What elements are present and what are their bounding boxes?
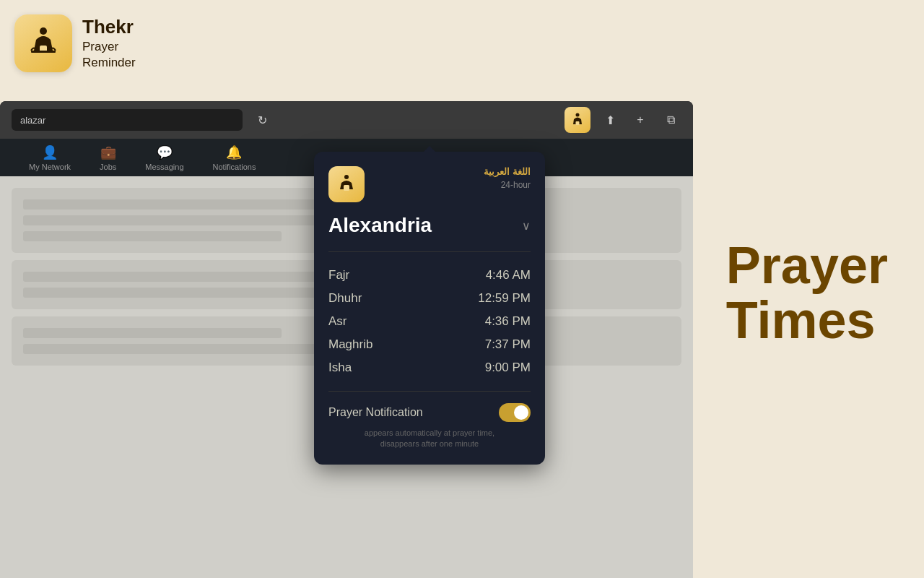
prayer-popup-panel: اللغة العربية 24-hour Alexandria ∨ Fajr …: [314, 152, 545, 465]
app-name: Thekr: [82, 16, 136, 38]
extension-icon-button[interactable]: [565, 107, 590, 133]
notification-row: Prayer Notification: [328, 403, 531, 422]
heading-line2: Times: [726, 293, 888, 348]
refresh-button[interactable]: ↻: [251, 109, 273, 131]
network-icon: 👤: [42, 144, 58, 160]
popup-lang-label: اللغة العربية: [484, 166, 531, 177]
mosque-icon-small: [570, 112, 585, 128]
svg-rect-2: [31, 51, 56, 53]
content-line: [23, 328, 282, 338]
prayer-row-maghrib: Maghrib 7:37 PM: [328, 333, 531, 356]
browser-toolbar: alazar ↻ ⬆ + ⧉: [0, 101, 693, 139]
address-bar[interactable]: alazar: [12, 109, 243, 131]
popup-arrow: [424, 146, 435, 152]
popup-city-row[interactable]: Alexandria ∨: [328, 214, 531, 237]
mosque-icon: [25, 25, 61, 61]
nav-label-network: My Network: [29, 163, 71, 171]
nav-label-jobs: Jobs: [100, 163, 116, 171]
popup-city-name: Alexandria: [328, 214, 432, 237]
prayer-name-asr: Asr: [328, 314, 347, 329]
prayer-time-asr: 4:36 PM: [485, 314, 531, 329]
prayer-name-fajr: Fajr: [328, 268, 349, 282]
app-branding: Thekr Prayer Reminder: [14, 14, 136, 72]
notification-toggle[interactable]: [499, 403, 531, 422]
heading-line1: Prayer: [726, 238, 888, 293]
prayer-name-isha: Isha: [328, 361, 352, 375]
notification-label: Prayer Notification: [328, 406, 423, 419]
popup-lang-block: اللغة العربية 24-hour: [484, 166, 531, 190]
popup-header: اللغة العربية 24-hour: [328, 166, 531, 202]
popup-divider: [328, 251, 531, 252]
chevron-down-icon: ∨: [522, 219, 531, 233]
app-subtitle-line2: Reminder: [82, 55, 136, 71]
prayer-name-maghrib: Maghrib: [328, 337, 372, 352]
nav-item-network[interactable]: 👤 My Network: [14, 139, 85, 176]
prayer-row-dhuhr: Dhuhr 12:59 PM: [328, 287, 531, 310]
share-button[interactable]: ⬆: [599, 109, 621, 131]
address-text: alazar: [20, 115, 45, 126]
popup-app-icon: [328, 166, 365, 202]
prayer-row-asr: Asr 4:36 PM: [328, 310, 531, 333]
app-subtitle-line1: Prayer: [82, 39, 136, 55]
svg-rect-4: [576, 121, 580, 125]
app-title-block: Thekr Prayer Reminder: [82, 16, 136, 70]
prayer-row-fajr: Fajr 4:46 AM: [328, 264, 531, 287]
prayer-time-isha: 9:00 PM: [485, 361, 531, 375]
tabs-button[interactable]: ⧉: [660, 109, 681, 131]
prayer-times-heading: Prayer Times: [726, 238, 888, 348]
svg-point-0: [40, 27, 47, 35]
nav-label-messaging: Messaging: [145, 163, 183, 171]
notification-hint: appears automatically at prayer time,dis…: [328, 428, 531, 450]
content-line: [23, 231, 282, 241]
popup-time-format: 24-hour: [501, 180, 531, 190]
nav-item-messaging[interactable]: 💬 Messaging: [131, 139, 198, 176]
new-tab-button[interactable]: +: [629, 109, 651, 131]
prayer-time-fajr: 4:46 AM: [486, 268, 531, 282]
messaging-icon: 💬: [157, 144, 173, 160]
prayer-name-dhuhr: Dhuhr: [328, 291, 362, 306]
notification-section: Prayer Notification appears automaticall…: [328, 391, 531, 450]
notifications-icon: 🔔: [226, 144, 242, 160]
prayer-time-dhuhr: 12:59 PM: [478, 291, 531, 306]
svg-point-3: [576, 113, 580, 117]
app-icon: [14, 14, 72, 72]
prayer-row-isha: Isha 9:00 PM: [328, 356, 531, 379]
nav-label-notifications: Notifications: [213, 163, 256, 171]
jobs-icon: 💼: [100, 144, 116, 160]
svg-point-5: [344, 175, 349, 179]
prayer-time-maghrib: 7:37 PM: [485, 337, 531, 352]
svg-rect-6: [344, 185, 349, 191]
popup-mosque-icon: [336, 173, 357, 195]
nav-item-jobs[interactable]: 💼 Jobs: [85, 139, 131, 176]
nav-item-notifications[interactable]: 🔔 Notifications: [199, 139, 271, 176]
